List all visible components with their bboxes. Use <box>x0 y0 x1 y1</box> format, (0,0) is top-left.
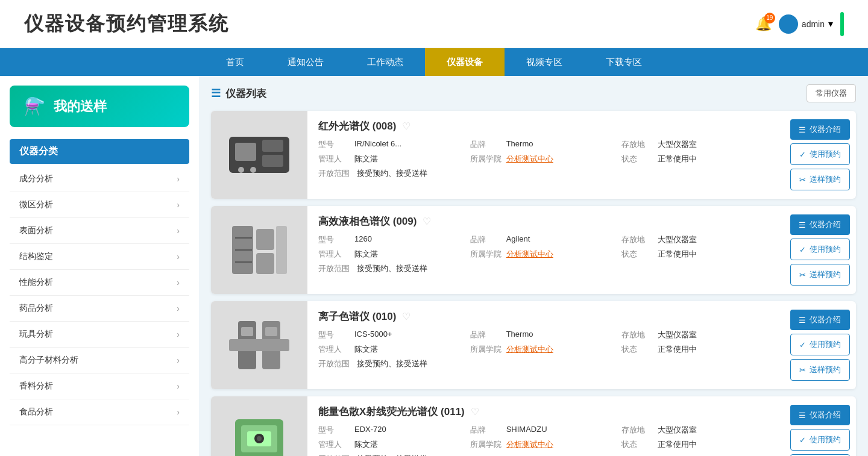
open-range: 开放范围 接受预约、接受送样 <box>318 454 773 456</box>
flask-icon: ⚗️ <box>24 96 45 116</box>
nav-home[interactable]: 首页 <box>204 48 266 76</box>
card-title-row: 离子色谱仪 (010) ♡ <box>318 310 773 323</box>
category-item[interactable]: 性能分析 › <box>10 270 189 296</box>
instrument-name: 红外光谱仪 (008) <box>318 119 396 133</box>
intro-button[interactable]: ☰ 仪器介绍 <box>790 310 850 330</box>
category-item[interactable]: 食品分析 › <box>10 399 189 425</box>
sample-icon: ✂ <box>799 175 806 184</box>
instrument-name: 高效液相色谱仪 (009) <box>318 214 417 228</box>
common-instruments-button[interactable]: 常用仪器 <box>807 84 856 102</box>
my-sample-button[interactable]: ⚗️ 我的送样 <box>10 86 189 127</box>
chevron-right-icon: › <box>177 381 180 391</box>
nav-download[interactable]: 下载专区 <box>584 48 664 76</box>
list-btn-icon: ☰ <box>799 220 806 230</box>
card-body: 离子色谱仪 (010) ♡ 型号 ICS-5000+ 品牌 Thermo 存放地… <box>307 301 784 389</box>
svg-rect-2 <box>262 140 283 152</box>
card-info-grid: 型号 ICS-5000+ 品牌 Thermo 存放地 大型仪器室 管理人 陈文湛… <box>318 330 773 355</box>
category-label: 表面分析 <box>19 225 53 236</box>
category-label: 玩具分析 <box>19 329 53 340</box>
category-label: 成分分析 <box>19 173 53 184</box>
list-btn-icon: ☰ <box>799 125 806 134</box>
favorite-icon[interactable]: ♡ <box>402 120 410 132</box>
sample-icon: ✂ <box>799 366 806 375</box>
sample-icon: ✂ <box>799 270 806 280</box>
svg-rect-16 <box>241 327 253 336</box>
header-right: 🔔 19 admin ▾ <box>755 12 844 36</box>
intro-button[interactable]: ☰ 仪器介绍 <box>790 214 850 235</box>
open-range: 开放范围 接受预约、接受送样 <box>318 263 773 274</box>
category-label: 微区分析 <box>19 199 53 210</box>
reserve-button[interactable]: ✓ 使用预约 <box>790 239 850 260</box>
category-title: 仪器分类 <box>10 139 189 164</box>
reserve-button[interactable]: ✓ 使用预约 <box>790 334 850 355</box>
instrument-card: 高效液相色谱仪 (009) ♡ 型号 1260 品牌 Agilent 存放地 大… <box>211 206 856 294</box>
notification-bell[interactable]: 🔔 19 <box>755 16 772 32</box>
chevron-right-icon: › <box>177 330 180 339</box>
nav-notice[interactable]: 通知公告 <box>266 48 345 76</box>
category-item[interactable]: 药品分析 › <box>10 296 189 322</box>
card-info-grid: 型号 IR/Nicolet 6... 品牌 Thermo 存放地 大型仪器室 管… <box>318 139 773 164</box>
category-item[interactable]: 高分子材料分析 › <box>10 348 189 373</box>
instrument-image <box>211 301 307 389</box>
favorite-icon[interactable]: ♡ <box>471 406 479 417</box>
section-title-text: 仪器列表 <box>225 87 266 101</box>
chevron-right-icon: › <box>177 304 180 313</box>
svg-rect-1 <box>235 143 256 161</box>
svg-rect-9 <box>276 226 287 274</box>
check-icon: ✓ <box>799 436 806 445</box>
admin-name: admin <box>802 19 825 29</box>
svg-point-22 <box>257 436 262 441</box>
chevron-right-icon: › <box>177 174 180 184</box>
list-btn-icon: ☰ <box>799 316 806 325</box>
nav-instrument[interactable]: 仪器设备 <box>425 48 505 76</box>
category-item[interactable]: 微区分析 › <box>10 192 189 218</box>
card-body: 能量色散X射线荧光光谱仪 (011) ♡ 型号 EDX-720 品牌 SHIMA… <box>307 396 784 456</box>
status-bar <box>840 12 844 36</box>
reserve-button[interactable]: ✓ 使用预约 <box>790 429 850 451</box>
favorite-icon[interactable]: ♡ <box>423 216 431 227</box>
sample-button[interactable]: ✂ 送样预约 <box>790 359 850 381</box>
avatar <box>779 14 798 34</box>
nav-video[interactable]: 视频专区 <box>505 48 584 76</box>
category-item[interactable]: 结构鉴定 › <box>10 244 189 270</box>
card-title-row: 高效液相色谱仪 (009) ♡ <box>318 214 773 228</box>
category-item[interactable]: 香料分析 › <box>10 373 189 399</box>
chevron-right-icon: › <box>177 407 180 417</box>
card-info-grid: 型号 1260 品牌 Agilent 存放地 大型仪器室 管理人 陈文湛 所属学… <box>318 234 773 260</box>
instrument-image <box>211 206 307 294</box>
nav-work[interactable]: 工作动态 <box>345 48 425 76</box>
instrument-card: 能量色散X射线荧光光谱仪 (011) ♡ 型号 EDX-720 品牌 SHIMA… <box>211 396 856 456</box>
instrument-name: 离子色谱仪 (010) <box>318 310 396 323</box>
instrument-image <box>211 111 307 199</box>
instrument-card: 离子色谱仪 (010) ♡ 型号 ICS-5000+ 品牌 Thermo 存放地… <box>211 301 856 389</box>
category-item[interactable]: 表面分析 › <box>10 218 189 244</box>
content-header: ☰ 仪器列表 常用仪器 <box>211 84 856 102</box>
reserve-button[interactable]: ✓ 使用预约 <box>790 143 850 165</box>
svg-rect-7 <box>256 229 274 250</box>
instrument-image <box>211 396 307 456</box>
card-actions: ☰ 仪器介绍 ✓ 使用预约 ✂ 送样预约 <box>784 111 856 199</box>
main-layout: ⚗️ 我的送样 仪器分类 成分分析 › 微区分析 › 表面分析 › 结构鉴定 ›… <box>0 76 868 456</box>
chevron-right-icon: › <box>177 200 180 210</box>
page-title: 仪器设备预约管理系统 <box>24 11 229 37</box>
sample-button[interactable]: ✂ 送样预约 <box>790 264 850 286</box>
intro-button[interactable]: ☰ 仪器介绍 <box>790 119 850 140</box>
main-nav: 首页 通知公告 工作动态 仪器设备 视频专区 下载专区 <box>0 48 868 76</box>
favorite-icon[interactable]: ♡ <box>402 311 410 322</box>
category-label: 香料分析 <box>19 381 53 392</box>
instrument-card: 红外光谱仪 (008) ♡ 型号 IR/Nicolet 6... 品牌 Ther… <box>211 111 856 199</box>
intro-button[interactable]: ☰ 仪器介绍 <box>790 405 850 425</box>
card-actions: ☰ 仪器介绍 ✓ 使用预约 ✂ 送样预约 <box>784 396 856 456</box>
svg-rect-3 <box>262 155 283 167</box>
category-label: 结构鉴定 <box>19 251 53 262</box>
category-item[interactable]: 玩具分析 › <box>10 322 189 348</box>
card-body: 红外光谱仪 (008) ♡ 型号 IR/Nicolet 6... 品牌 Ther… <box>307 111 784 199</box>
chevron-right-icon: › <box>177 278 180 287</box>
category-label: 高分子材料分析 <box>19 355 78 366</box>
admin-info[interactable]: admin ▾ <box>779 14 833 34</box>
svg-point-5 <box>250 167 256 173</box>
category-item[interactable]: 成分分析 › <box>10 166 189 192</box>
sample-button[interactable]: ✂ 送样预约 <box>790 169 850 190</box>
card-info-grid: 型号 EDX-720 品牌 SHIMADZU 存放地 大型仪器室 管理人 陈文湛… <box>318 425 773 450</box>
category-label: 药品分析 <box>19 303 53 314</box>
